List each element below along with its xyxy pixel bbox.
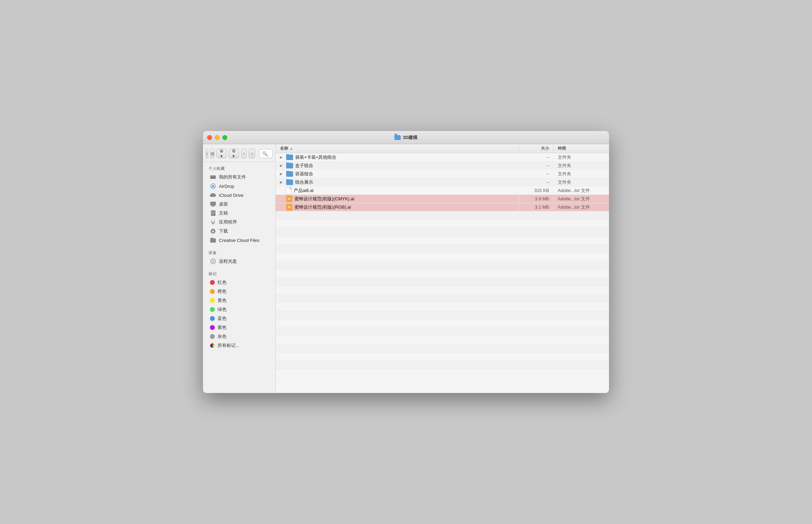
table-row[interactable]: ▶ Ai 蜜蜂设计规范(初版)(RGB).ai 3.1 MB Adobe...t… — [276, 203, 609, 211]
svg-rect-10 — [212, 213, 215, 213]
table-row[interactable]: ▶ 组合展示 -- 文件夹 — [276, 178, 609, 186]
sidebar-label-tag-blue: 蓝色 — [218, 315, 227, 322]
table-row-empty — [276, 261, 609, 270]
column-header: 名称 ▲ 大小 种类 — [276, 144, 609, 153]
sidebar-label-optical: 远程光盘 — [219, 258, 237, 264]
table-row-empty — [276, 361, 609, 369]
sidebar-item-airdrop[interactable]: AirDrop — [204, 182, 274, 191]
sidebar-item-tag-green[interactable]: 绿色 — [204, 305, 274, 314]
cc-files-icon — [210, 237, 216, 243]
favorites-section-title: 个人收藏 — [203, 163, 275, 173]
icon-view-button[interactable]: ⊞ — [211, 149, 214, 158]
sidebar-label-tag-orange: 橙色 — [218, 288, 227, 295]
file-list: ▶ 袋装+卡装+其他组合 -- 文件夹 ▶ 盒子组合 -- 文件夹 — [276, 153, 609, 393]
sidebar-label-tag-gray: 灰色 — [218, 333, 227, 340]
file-name-label: 蜜蜂设计规范(初版)(CMYK).ai — [294, 196, 354, 202]
sidebar-item-tag-purple[interactable]: 紫色 — [204, 323, 274, 332]
folder-icon — [286, 155, 293, 160]
window-title-area: 3D建模 — [395, 134, 418, 141]
tag-dot-yellow — [210, 298, 215, 303]
col-header-name[interactable]: 名称 ▲ — [276, 146, 519, 151]
sidebar-label-apps: 应用程序 — [219, 219, 237, 225]
sidebar-item-tag-orange[interactable]: 橙色 — [204, 287, 274, 296]
sidebar-item-all-files[interactable]: 我的所有文件 — [204, 173, 274, 182]
file-name-cell: ▶ 组合展示 — [276, 179, 519, 185]
table-row-empty — [276, 311, 609, 320]
table-row-empty — [276, 336, 609, 344]
col-header-size[interactable]: 大小 — [519, 146, 554, 151]
col-header-kind[interactable]: 种类 — [554, 146, 609, 151]
table-row-empty — [276, 236, 609, 245]
sidebar-label-airdrop: AirDrop — [219, 184, 234, 189]
sidebar-item-tag-blue[interactable]: 蓝色 — [204, 314, 274, 323]
svg-rect-13 — [210, 238, 216, 243]
close-button[interactable] — [207, 135, 212, 140]
sidebar-item-tag-yellow[interactable]: 黄色 — [204, 296, 274, 305]
finder-window: 3D建模 ‹ › ⊞ ☰ ⊟ ⊠ ⊕ ▾ ⚙ ▾ ↑ ○ — [203, 131, 609, 393]
file-name-label: 组合展示 — [295, 179, 313, 185]
file-size-cell: 315 KB — [519, 188, 554, 193]
arrange-button[interactable]: ⊕ ▾ — [217, 149, 227, 158]
sidebar-item-optical[interactable]: 远程光盘 — [204, 257, 274, 266]
search-bar[interactable]: 🔍 — [259, 149, 273, 158]
sidebar-label-tag-red: 红色 — [218, 279, 227, 286]
file-kind-cell: 文件夹 — [554, 171, 609, 177]
minimize-button[interactable] — [215, 135, 220, 140]
file-name-cell: ▶ 产品ai8.ai — [276, 187, 519, 194]
expand-arrow[interactable]: ▶ — [279, 155, 284, 159]
ai-file-icon: Ai — [286, 204, 292, 211]
titlebar: 3D建模 — [203, 131, 609, 144]
sidebar-label-tag-purple: 紫色 — [218, 324, 227, 331]
table-row[interactable]: ▶ 产品ai8.ai 315 KB Adobe...tor 文件 — [276, 186, 609, 195]
table-row-empty — [276, 303, 609, 311]
file-kind-cell: 文件夹 — [554, 163, 609, 169]
table-row-empty — [276, 278, 609, 286]
table-row[interactable]: ▶ 袋装+卡装+其他组合 -- 文件夹 — [276, 153, 609, 161]
devices-section-title: 设备 — [203, 247, 275, 257]
document-icon — [286, 187, 292, 194]
file-name-cell: ▶ Ai 蜜蜂设计规范(初版)(RGB).ai — [276, 204, 519, 211]
sidebar-item-tag-all[interactable]: 所有标记... — [204, 341, 274, 350]
sidebar-label-desktop: 桌面 — [219, 201, 228, 207]
sidebar-item-icloud[interactable]: iCloud Drive — [204, 191, 274, 200]
svg-rect-5 — [210, 202, 216, 206]
share-button[interactable]: ↑ — [241, 149, 247, 158]
expand-arrow[interactable]: ▶ — [279, 172, 284, 176]
sidebar-label-downloads: 下载 — [219, 228, 228, 234]
file-name-cell: ▶ 袋装+卡装+其他组合 — [276, 154, 519, 160]
table-row-empty — [276, 270, 609, 278]
table-row[interactable]: ▶ 容器组合 -- 文件夹 — [276, 170, 609, 178]
table-row-empty — [276, 286, 609, 295]
table-row-empty — [276, 353, 609, 361]
table-row-empty — [276, 328, 609, 336]
table-row[interactable]: ▶ Ai 蜜蜂设计规范(初版)(CMYK).ai 3.9 MB Adobe...… — [276, 195, 609, 203]
ai-file-icon: Ai — [286, 195, 292, 202]
svg-rect-11 — [212, 214, 214, 214]
sidebar-item-tag-red[interactable]: 红色 — [204, 278, 274, 287]
icloud-icon — [210, 192, 216, 198]
sidebar-item-documents[interactable]: 文稿 — [204, 209, 274, 218]
svg-point-2 — [214, 178, 215, 178]
sidebar-item-desktop[interactable]: 桌面 — [204, 200, 274, 209]
svg-rect-6 — [212, 206, 214, 206]
sidebar-label-tag-yellow: 黄色 — [218, 297, 227, 304]
tag-dot-purple — [210, 325, 215, 330]
sidebar-item-cc-files[interactable]: Creative Cloud Files — [204, 236, 274, 245]
sidebar-item-downloads[interactable]: 下载 — [204, 227, 274, 236]
sidebar-item-tag-gray[interactable]: 灰色 — [204, 332, 274, 341]
fullscreen-button[interactable] — [222, 135, 227, 140]
sidebar-label-tag-green: 绿色 — [218, 306, 227, 313]
expand-arrow[interactable]: ▶ — [279, 180, 284, 184]
action-button[interactable]: ⚙ ▾ — [229, 149, 239, 158]
sort-arrow: ▲ — [290, 147, 293, 150]
svg-rect-9 — [212, 212, 215, 212]
airdrop-icon — [210, 183, 216, 189]
table-row[interactable]: ▶ 盒子组合 -- 文件夹 — [276, 161, 609, 170]
sidebar-label-documents: 文稿 — [219, 210, 228, 216]
expand-arrow[interactable]: ▶ — [279, 164, 284, 167]
table-row-empty — [276, 211, 609, 220]
tag-dot-red — [210, 280, 215, 285]
sidebar-item-apps[interactable]: 应用程序 — [204, 218, 274, 227]
sidebar-label-icloud: iCloud Drive — [219, 193, 244, 198]
tag-button[interactable]: ○ — [249, 149, 255, 158]
